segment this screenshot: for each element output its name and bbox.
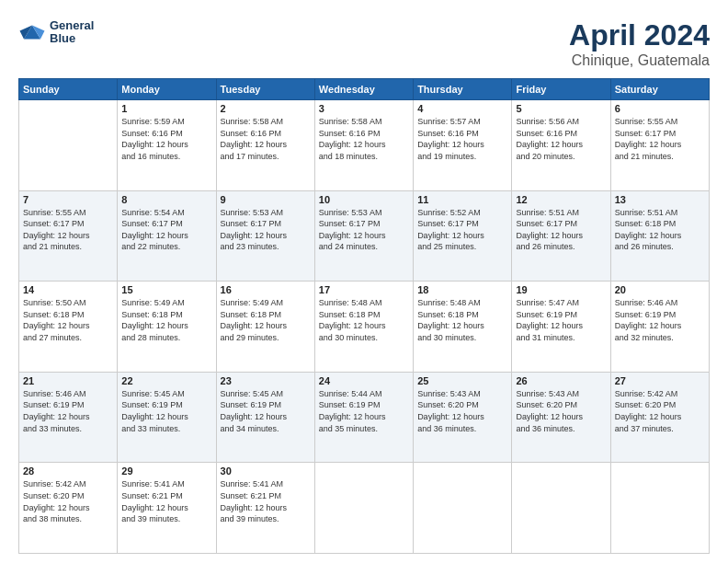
day-number: 28 (23, 465, 113, 477)
day-info: Sunrise: 5:50 AMSunset: 6:18 PMDaylight:… (23, 297, 113, 343)
calendar-cell: 23Sunrise: 5:45 AMSunset: 6:19 PMDayligh… (216, 372, 314, 463)
day-info: Sunrise: 5:44 AMSunset: 6:19 PMDaylight:… (319, 388, 409, 434)
day-number: 9 (221, 194, 311, 205)
logo-text: General Blue (50, 19, 94, 46)
day-info: Sunrise: 5:52 AMSunset: 6:17 PMDaylight:… (417, 207, 507, 253)
day-info: Sunrise: 5:59 AMSunset: 6:16 PMDaylight:… (121, 116, 211, 162)
day-number: 6 (615, 103, 705, 114)
calendar-cell: 24Sunrise: 5:44 AMSunset: 6:19 PMDayligh… (314, 372, 413, 463)
day-info: Sunrise: 5:45 AMSunset: 6:19 PMDaylight:… (121, 388, 211, 434)
day-info: Sunrise: 5:41 AMSunset: 6:21 PMDaylight:… (121, 478, 211, 524)
logo-line2: Blue (50, 32, 94, 45)
header: General Blue April 2024 Chinique, Guatem… (18, 18, 710, 69)
day-info: Sunrise: 5:51 AMSunset: 6:17 PMDaylight:… (516, 207, 606, 253)
col-header-wednesday: Wednesday (314, 79, 413, 100)
day-number: 21 (23, 375, 113, 386)
week-row-1: 7Sunrise: 5:55 AMSunset: 6:17 PMDaylight… (19, 190, 710, 282)
day-info: Sunrise: 5:46 AMSunset: 6:19 PMDaylight:… (23, 388, 113, 434)
day-info: Sunrise: 5:48 AMSunset: 6:18 PMDaylight:… (319, 297, 409, 343)
location-subtitle: Chinique, Guatemala (569, 52, 710, 69)
calendar-cell: 21Sunrise: 5:46 AMSunset: 6:19 PMDayligh… (19, 372, 118, 463)
day-number: 3 (319, 103, 409, 114)
day-number: 8 (121, 194, 211, 205)
day-info: Sunrise: 5:49 AMSunset: 6:18 PMDaylight:… (121, 297, 211, 343)
calendar-cell (19, 100, 118, 191)
day-info: Sunrise: 5:55 AMSunset: 6:17 PMDaylight:… (615, 116, 705, 162)
day-number: 5 (516, 103, 606, 114)
col-header-tuesday: Tuesday (216, 79, 314, 100)
day-number: 30 (221, 465, 311, 477)
calendar-cell: 8Sunrise: 5:54 AMSunset: 6:17 PMDaylight… (118, 190, 216, 282)
week-row-0: 1Sunrise: 5:59 AMSunset: 6:16 PMDaylight… (19, 100, 710, 191)
calendar-table: SundayMondayTuesdayWednesdayThursdayFrid… (18, 78, 710, 554)
calendar-cell (414, 463, 512, 554)
calendar-cell: 5Sunrise: 5:56 AMSunset: 6:16 PMDaylight… (512, 100, 610, 191)
calendar-cell: 16Sunrise: 5:49 AMSunset: 6:18 PMDayligh… (216, 282, 314, 373)
day-number: 12 (516, 194, 606, 205)
day-info: Sunrise: 5:49 AMSunset: 6:18 PMDaylight:… (221, 297, 311, 343)
logo: General Blue (18, 18, 94, 46)
calendar-cell: 11Sunrise: 5:52 AMSunset: 6:17 PMDayligh… (414, 190, 512, 282)
week-row-4: 28Sunrise: 5:42 AMSunset: 6:20 PMDayligh… (19, 463, 710, 554)
day-number: 11 (417, 194, 507, 205)
day-number: 15 (121, 284, 211, 295)
day-info: Sunrise: 5:55 AMSunset: 6:17 PMDaylight:… (23, 207, 113, 253)
calendar-cell: 22Sunrise: 5:45 AMSunset: 6:19 PMDayligh… (118, 372, 216, 463)
day-info: Sunrise: 5:58 AMSunset: 6:16 PMDaylight:… (221, 116, 311, 162)
page: General Blue April 2024 Chinique, Guatem… (0, 0, 728, 563)
calendar-cell: 3Sunrise: 5:58 AMSunset: 6:16 PMDaylight… (314, 100, 413, 191)
day-number: 17 (319, 284, 409, 295)
day-info: Sunrise: 5:43 AMSunset: 6:20 PMDaylight:… (516, 388, 606, 434)
calendar-cell: 14Sunrise: 5:50 AMSunset: 6:18 PMDayligh… (19, 282, 118, 373)
calendar-cell: 12Sunrise: 5:51 AMSunset: 6:17 PMDayligh… (512, 190, 610, 282)
header-row: SundayMondayTuesdayWednesdayThursdayFrid… (19, 79, 710, 100)
day-number: 14 (23, 284, 113, 295)
day-number: 13 (615, 194, 705, 205)
day-number: 24 (319, 375, 409, 386)
calendar-cell: 18Sunrise: 5:48 AMSunset: 6:18 PMDayligh… (414, 282, 512, 373)
calendar-cell: 19Sunrise: 5:47 AMSunset: 6:19 PMDayligh… (512, 282, 610, 373)
day-number: 25 (417, 375, 507, 386)
day-info: Sunrise: 5:57 AMSunset: 6:16 PMDaylight:… (417, 116, 507, 162)
day-info: Sunrise: 5:51 AMSunset: 6:18 PMDaylight:… (615, 207, 705, 253)
day-info: Sunrise: 5:46 AMSunset: 6:19 PMDaylight:… (615, 297, 705, 343)
day-number: 20 (615, 284, 705, 295)
day-info: Sunrise: 5:56 AMSunset: 6:16 PMDaylight:… (516, 116, 606, 162)
calendar-cell: 17Sunrise: 5:48 AMSunset: 6:18 PMDayligh… (314, 282, 413, 373)
calendar-cell: 28Sunrise: 5:42 AMSunset: 6:20 PMDayligh… (19, 463, 118, 554)
week-row-2: 14Sunrise: 5:50 AMSunset: 6:18 PMDayligh… (19, 282, 710, 373)
day-info: Sunrise: 5:43 AMSunset: 6:20 PMDaylight:… (417, 388, 507, 434)
calendar-cell: 2Sunrise: 5:58 AMSunset: 6:16 PMDaylight… (216, 100, 314, 191)
day-info: Sunrise: 5:58 AMSunset: 6:16 PMDaylight:… (319, 116, 409, 162)
day-info: Sunrise: 5:47 AMSunset: 6:19 PMDaylight:… (516, 297, 606, 343)
week-row-3: 21Sunrise: 5:46 AMSunset: 6:19 PMDayligh… (19, 372, 710, 463)
calendar-cell: 6Sunrise: 5:55 AMSunset: 6:17 PMDaylight… (610, 100, 709, 191)
day-number: 7 (23, 194, 113, 205)
day-info: Sunrise: 5:53 AMSunset: 6:17 PMDaylight:… (319, 207, 409, 253)
calendar-cell (610, 463, 709, 554)
calendar-cell: 9Sunrise: 5:53 AMSunset: 6:17 PMDaylight… (216, 190, 314, 282)
day-number: 29 (121, 465, 211, 477)
month-title: April 2024 (569, 18, 710, 52)
calendar-cell: 1Sunrise: 5:59 AMSunset: 6:16 PMDaylight… (118, 100, 216, 191)
day-number: 16 (221, 284, 311, 295)
day-number: 18 (417, 284, 507, 295)
day-number: 26 (516, 375, 606, 386)
day-number: 1 (121, 103, 211, 114)
col-header-saturday: Saturday (610, 79, 709, 100)
col-header-monday: Monday (118, 79, 216, 100)
calendar-cell: 26Sunrise: 5:43 AMSunset: 6:20 PMDayligh… (512, 372, 610, 463)
calendar-cell: 25Sunrise: 5:43 AMSunset: 6:20 PMDayligh… (414, 372, 512, 463)
day-number: 27 (615, 375, 705, 386)
day-info: Sunrise: 5:41 AMSunset: 6:21 PMDaylight:… (221, 478, 311, 524)
calendar-cell (314, 463, 413, 554)
day-info: Sunrise: 5:53 AMSunset: 6:17 PMDaylight:… (221, 207, 311, 253)
calendar-cell: 29Sunrise: 5:41 AMSunset: 6:21 PMDayligh… (118, 463, 216, 554)
day-number: 19 (516, 284, 606, 295)
calendar-cell: 13Sunrise: 5:51 AMSunset: 6:18 PMDayligh… (610, 190, 709, 282)
day-info: Sunrise: 5:42 AMSunset: 6:20 PMDaylight:… (615, 388, 705, 434)
day-number: 10 (319, 194, 409, 205)
calendar-cell: 30Sunrise: 5:41 AMSunset: 6:21 PMDayligh… (216, 463, 314, 554)
calendar-cell: 15Sunrise: 5:49 AMSunset: 6:18 PMDayligh… (118, 282, 216, 373)
day-number: 22 (121, 375, 211, 386)
